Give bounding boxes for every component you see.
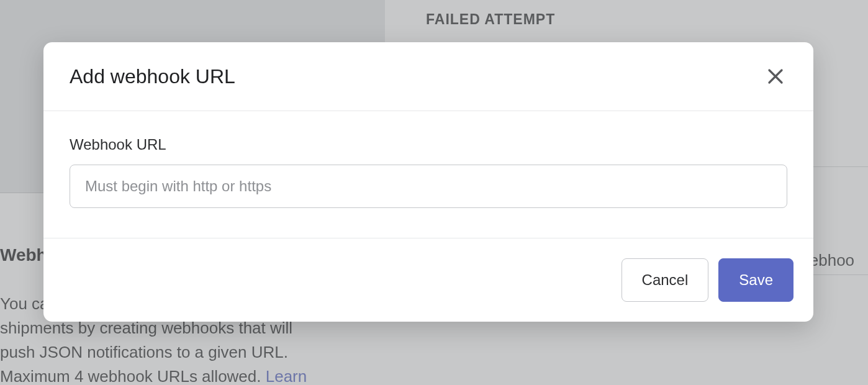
modal-title: Add webhook URL [70,65,235,88]
save-button[interactable]: Save [718,258,793,302]
modal-footer: Cancel Save [43,238,813,322]
modal-body: Webhook URL [43,111,813,238]
close-button[interactable] [764,65,787,88]
cancel-button[interactable]: Cancel [622,258,709,302]
webhook-url-label: Webhook URL [70,136,787,153]
webhook-url-input[interactable] [70,165,787,208]
close-icon [766,67,785,86]
modal-header: Add webhook URL [43,42,813,111]
add-webhook-modal: Add webhook URL Webhook URL Cancel Save [43,42,813,322]
